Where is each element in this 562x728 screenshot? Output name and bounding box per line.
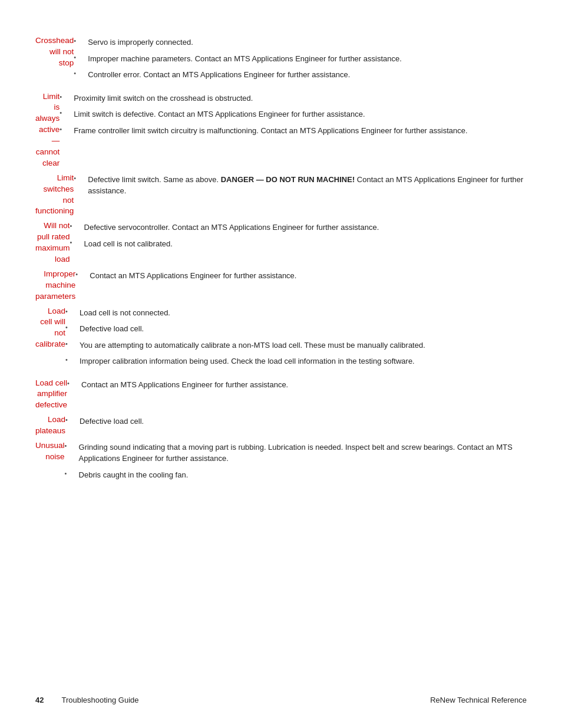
bullet-text: Contact an MTS Applications Engineer for… — [90, 270, 527, 282]
bullet-dot: • — [65, 416, 76, 423]
bullet-text: Load cell is not calibrated. — [84, 238, 527, 250]
bullet-item: • Defective load cell. — [65, 416, 527, 427]
bullet-item: • Load cell is not calibrated. — [70, 238, 527, 250]
bullet-item: • Improper machine parameters. Contact a… — [74, 53, 527, 65]
bullet-dot: • — [74, 174, 84, 182]
bullet-text: Defective load cell. — [80, 416, 527, 427]
bullet-dot: • — [59, 93, 70, 100]
section-label-improper-machine: Improper machineparameters — [35, 269, 75, 302]
section-label-load-cell-calibrate: Load cell will notcalibrate — [35, 306, 65, 374]
bullet-dot: • — [75, 271, 86, 278]
section-label-limit-switches: Limit switches notfunctioning — [35, 173, 74, 218]
section-unusual-noise: Unusual noise • Grinding sound indicatin… — [35, 440, 527, 488]
bullet-item: • Defective load cell. — [65, 323, 527, 335]
bullet-dot: • — [74, 54, 84, 61]
section-limit-always-active: Limit is always active —cannot clear • P… — [35, 91, 527, 169]
bullet-dot: • — [65, 470, 75, 477]
bullet-text: You are attempting to automatically cali… — [80, 340, 527, 351]
section-label-limit-always: Limit is always active —cannot clear — [35, 91, 59, 169]
bullet-dot: • — [59, 126, 70, 133]
bullet-dot: • — [65, 356, 76, 363]
section-label-will-not-pull: Will not pull ratedmaximum load — [35, 220, 70, 265]
bullet-item: • Debris caught in the cooling fan. — [65, 469, 527, 481]
bullet-item: • Grinding sound indicating that a movin… — [65, 442, 527, 465]
footer-left: 42 Troubleshooting Guide — [35, 696, 139, 704]
section-label-load-cell-amplifier: Load cell amplifierdefective — [35, 378, 67, 411]
page-footer: 42 Troubleshooting Guide ReNew Technical… — [35, 696, 527, 704]
bullet-text: Defective load cell. — [80, 323, 527, 335]
bullet-dot: • — [70, 222, 81, 229]
section-crosshead-will-not-stop: Crosshead will not stop • Servo is impro… — [35, 35, 527, 88]
bullet-item: • Servo is improperly connected. — [74, 37, 527, 48]
section-load-cell-amplifier-defective: Load cell amplifierdefective • Contact a… — [35, 378, 527, 411]
bullet-item: • Proximity limit switch on the crosshea… — [59, 93, 527, 104]
section-will-not-pull-rated: Will not pull ratedmaximum load • Defect… — [35, 220, 527, 265]
bullet-dot: • — [74, 37, 84, 44]
bullet-dot: • — [65, 324, 76, 331]
bullet-dot: • — [65, 340, 76, 347]
bullet-item: • Load cell is not connected. — [65, 307, 527, 319]
bullet-text: Defective servocontroller. Contact an MT… — [84, 222, 527, 233]
bullet-text: Grinding sound indicating that a moving … — [79, 442, 527, 465]
product-label: ReNew Technical Reference — [430, 696, 527, 704]
guide-label: Troubleshooting Guide — [61, 696, 138, 704]
section-load-cell-will-not-calibrate: Load cell will notcalibrate • Load cell … — [35, 306, 527, 374]
bullet-item: • You are attempting to automatically ca… — [65, 340, 527, 351]
bullet-dot: • — [65, 308, 76, 315]
bullet-text: Proximity limit switch on the crosshead … — [74, 93, 527, 104]
bullet-item: • Controller error. Contact an MTS Appli… — [74, 69, 527, 81]
bullet-item: • Improper calibration information being… — [65, 355, 527, 367]
bullet-text: Frame controller limit switch circuitry … — [74, 125, 527, 137]
bullet-dot: • — [65, 442, 75, 449]
bullet-item: • Contact an MTS Applications Engineer f… — [67, 379, 527, 391]
bullet-text: Servo is improperly connected. — [88, 37, 527, 48]
section-label-unusual-noise: Unusual noise — [35, 440, 65, 488]
bullet-dot: • — [59, 109, 70, 116]
bullet-text: Load cell is not connected. — [80, 307, 527, 319]
bullet-text: Contact an MTS Applications Engineer for… — [81, 379, 527, 391]
bullet-item: • Frame controller limit switch circuitr… — [59, 125, 527, 137]
section-load-plateaus: Load plateaus • Defective load cell. — [35, 414, 527, 437]
bullet-text: Limit switch is defective. Contact an MT… — [74, 108, 527, 120]
bullet-text: Improper calibration information being u… — [80, 355, 527, 367]
bullet-item: • Contact an MTS Applications Engineer f… — [75, 270, 527, 282]
bullet-text: Improper machine parameters. Contact an … — [88, 53, 527, 65]
page-content: Crosshead will not stop • Servo is impro… — [35, 35, 527, 487]
section-label-load-plateaus: Load plateaus — [35, 414, 65, 437]
bullet-dot: • — [74, 70, 84, 77]
bullet-dot: • — [67, 380, 78, 387]
bullet-item: • Defective servocontroller. Contact an … — [70, 222, 527, 233]
section-improper-machine-parameters: Improper machineparameters • Contact an … — [35, 269, 527, 302]
bullet-text: Controller error. Contact an MTS Applica… — [88, 69, 527, 81]
bullet-text: Debris caught in the cooling fan. — [79, 469, 527, 481]
bullet-text: Defective limit switch. Same as above. D… — [88, 174, 527, 197]
page-number: 42 — [35, 696, 44, 704]
bullet-item: • Defective limit switch. Same as above.… — [74, 174, 527, 197]
bullet-dot: • — [70, 239, 81, 246]
bold-danger-text: DANGER — DO NOT RUN MACHINE! — [221, 175, 355, 184]
bullet-item: • Limit switch is defective. Contact an … — [59, 108, 527, 120]
section-label-crosshead: Crosshead will not stop — [35, 35, 74, 88]
section-limit-switches-not-functioning: Limit switches notfunctioning • Defectiv… — [35, 173, 527, 218]
